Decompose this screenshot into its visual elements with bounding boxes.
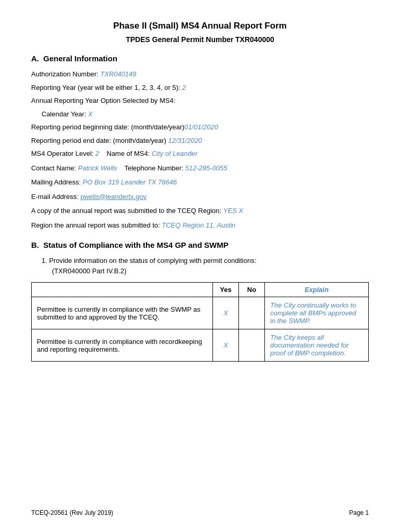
mailing-line: Mailing Address: PO Box 319 Leander TX 7… bbox=[31, 177, 369, 188]
footer-left: TCEQ-20561 (Rev July 2019) bbox=[31, 509, 113, 516]
compliance-table: Yes No Explain Permittee is currently in… bbox=[31, 282, 369, 362]
page-footer: TCEQ-20561 (Rev July 2019) Page 1 bbox=[31, 509, 369, 516]
copy-submitted-label: A copy of the annual report was submitte… bbox=[31, 207, 223, 215]
calendar-year-value: X bbox=[88, 110, 93, 118]
period-begin-label: Reporting period beginning date: (month/… bbox=[31, 123, 184, 131]
contact-name-value: Patrick Wells bbox=[78, 164, 117, 172]
operator-level-value: 2 bbox=[96, 150, 99, 157]
row-description-1: Permittee is currently in compliance wit… bbox=[32, 329, 213, 362]
telephone-label: Telephone Number: bbox=[124, 164, 185, 172]
table-row: Permittee is currently in compliance wit… bbox=[32, 329, 369, 362]
period-end-value: 12/31/2020 bbox=[168, 137, 202, 144]
mailing-label: Mailing Address: bbox=[31, 178, 83, 186]
copy-submitted-value: YES X bbox=[223, 207, 243, 215]
email-label: E-mail Address: bbox=[31, 193, 81, 201]
page: Phase II (Small) MS4 Annual Report Form … bbox=[0, 0, 400, 532]
row-no-1 bbox=[239, 329, 265, 362]
contact-name-label: Contact Name: bbox=[31, 164, 78, 172]
telephone-value: 512-285-0055 bbox=[185, 164, 228, 172]
provision-text: 1. Provide information on the status of … bbox=[42, 256, 369, 276]
reporting-year-value: 2 bbox=[182, 84, 186, 91]
row-yes-1: X bbox=[213, 329, 239, 362]
region-value: TCEQ Region 11, Austin bbox=[162, 221, 235, 229]
calendar-year-line: Calendar Year: X bbox=[42, 109, 369, 119]
table-row: Permittee is currently in compliance wit… bbox=[32, 297, 369, 329]
period-begin-value: 01/01/2020 bbox=[184, 123, 218, 131]
region-label: Region the annual report was submitted t… bbox=[31, 221, 162, 229]
row-description-0: Permittee is currently in compliance wit… bbox=[32, 297, 213, 329]
operator-level-line: MS4 Operator Level: 2 Name of MS4: City … bbox=[31, 149, 369, 159]
permit-number: TPDES General Permit Number TXR040000 bbox=[31, 35, 369, 44]
auth-number-value: TXR040149 bbox=[100, 70, 136, 78]
provision-line2: (TXR040000 Part IV.B.2) bbox=[52, 267, 126, 275]
reporting-year-line: Reporting Year (year will be either 1, 2… bbox=[31, 83, 369, 93]
annual-option-line: Annual Reporting Year Option Selected by… bbox=[31, 96, 369, 106]
col-header-no: No bbox=[239, 283, 265, 297]
operator-level-label: MS4 Operator Level: bbox=[31, 150, 96, 157]
period-end-line: Reporting period end date: (month/date/y… bbox=[31, 136, 369, 146]
row-no-0 bbox=[239, 297, 265, 329]
email-line: E-mail Address: pwells@leandertx.gov bbox=[31, 192, 369, 202]
col-header-explain: Explain bbox=[265, 283, 369, 297]
col-header-yes: Yes bbox=[213, 283, 239, 297]
calendar-year-label: Calendar Year: bbox=[42, 110, 88, 118]
col-header-description bbox=[32, 283, 213, 297]
mailing-value: PO Box 319 Leander TX 78646 bbox=[83, 178, 177, 186]
ms4-name-value: City of Leander bbox=[152, 150, 197, 157]
auth-number-label: Authorization Number: bbox=[31, 70, 100, 78]
ms4-name-label: Name of MS4: bbox=[106, 150, 152, 157]
copy-submitted-line: A copy of the annual report was submitte… bbox=[31, 206, 369, 216]
reporting-year-label: Reporting Year (year will be either 1, 2… bbox=[31, 84, 182, 91]
provision-line1: 1. Provide information on the status of … bbox=[42, 257, 256, 264]
row-yes-0: X bbox=[213, 297, 239, 329]
page-title: Phase II (Small) MS4 Annual Report Form bbox=[31, 21, 369, 31]
section-a-heading: A. General Information bbox=[31, 54, 369, 63]
region-line: Region the annual report was submitted t… bbox=[31, 220, 369, 231]
auth-number-line: Authorization Number: TXR040149 bbox=[31, 69, 369, 79]
period-begin-line: Reporting period beginning date: (month/… bbox=[31, 122, 369, 132]
footer-right: Page 1 bbox=[349, 509, 369, 516]
row-explain-0: The City continually works to complete a… bbox=[265, 297, 369, 329]
row-explain-1: The City keeps all documentation needed … bbox=[265, 329, 369, 362]
email-value[interactable]: pwells@leandertx.gov bbox=[81, 193, 146, 201]
contact-name-line: Contact Name: Patrick Wells Telephone Nu… bbox=[31, 163, 369, 174]
period-end-label: Reporting period end date: (month/date/y… bbox=[31, 137, 168, 144]
section-b-heading: B. Status of Compliance with the MS4 GP … bbox=[31, 241, 369, 249]
annual-option-label: Annual Reporting Year Option Selected by… bbox=[31, 97, 176, 104]
